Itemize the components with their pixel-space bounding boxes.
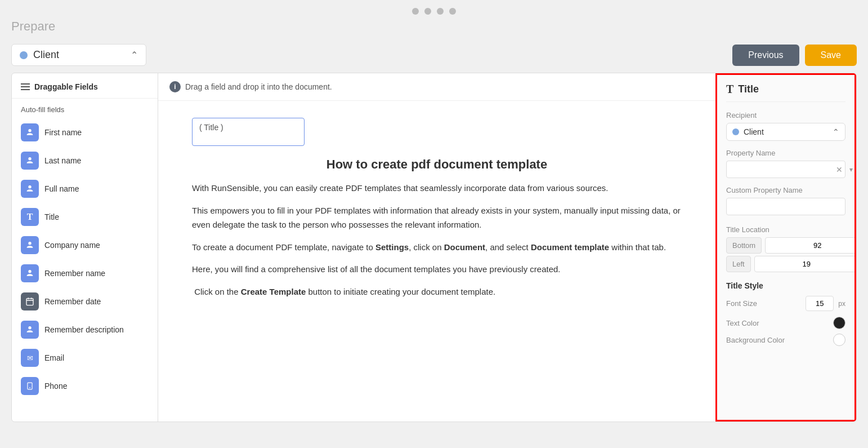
save-button[interactable]: Save: [805, 45, 857, 66]
property-name-label: Property Name: [726, 149, 845, 157]
doc-para-2: This empowers you to fill in your PDF te…: [192, 203, 682, 232]
left-label: Left: [726, 256, 751, 272]
left-value-input[interactable]: [754, 256, 856, 272]
field-label-last-name: Last name: [44, 156, 81, 165]
font-size-unit: px: [838, 300, 845, 308]
panel-title-text: Title: [738, 83, 759, 95]
field-label-remember-date: Remember date: [44, 297, 101, 306]
doc-para-1: With RunSensible, you can easily create …: [192, 181, 682, 196]
title-field-box[interactable]: ( Title ): [192, 118, 305, 146]
doc-para-5: Click on the Create Template button to i…: [192, 285, 682, 299]
svg-point-4: [28, 270, 31, 273]
field-item-last-name[interactable]: Last name: [12, 147, 158, 175]
custom-property-input[interactable]: [726, 198, 845, 215]
info-icon: i: [169, 81, 181, 92]
field-item-remember-date[interactable]: Remember date: [12, 287, 158, 316]
panel-chevron-up-icon: ⌃: [833, 127, 839, 136]
field-item-remember-name[interactable]: Remember name: [12, 259, 158, 287]
progress-dots: [0, 0, 868, 19]
style-label: Title Style: [726, 281, 845, 290]
panel-client-name: Client: [744, 127, 828, 136]
field-label-remember-name: Remember name: [44, 269, 105, 278]
client-dot: [20, 51, 28, 59]
text-color-swatch[interactable]: [833, 317, 845, 329]
clear-icon[interactable]: ✕: [833, 165, 846, 174]
field-item-full-name[interactable]: Full name: [12, 175, 158, 203]
field-item-email[interactable]: ✉ Email: [12, 344, 158, 372]
client-selector[interactable]: Client ⌃: [11, 44, 146, 66]
sidebar: Draggable Fields Auto-fill fields First …: [12, 73, 158, 422]
bg-color-row: Background Color: [726, 334, 845, 346]
autofill-label: Auto-fill fields: [12, 99, 158, 118]
font-size-label: Font Size: [726, 299, 801, 308]
right-panel-inner: T Title Recipient Client ⌃ Property Name…: [717, 75, 854, 358]
field-item-first-name[interactable]: First name: [12, 118, 158, 147]
panel-recipient-selector[interactable]: Client ⌃: [726, 123, 845, 141]
previous-button[interactable]: Previous: [732, 45, 799, 66]
field-item-title[interactable]: T Title: [12, 203, 158, 231]
drag-hint-text: Drag a field and drop it into the docume…: [185, 82, 332, 91]
location-left-row: Left %: [726, 256, 845, 272]
panel-title: T Title: [726, 83, 845, 102]
person-icon-company: [21, 236, 39, 254]
field-item-company-name[interactable]: Company name: [12, 231, 158, 259]
panel-title-t-icon: T: [726, 83, 733, 96]
email-icon: ✉: [21, 349, 39, 367]
phone-icon: [21, 377, 39, 395]
title-icon: T: [21, 208, 39, 226]
dropdown-arrow-icon[interactable]: ▾: [846, 166, 856, 174]
field-label-title: Title: [44, 212, 59, 221]
svg-point-1: [28, 157, 31, 160]
field-item-phone[interactable]: Phone: [12, 372, 158, 400]
dot-2: [424, 8, 431, 15]
svg-point-9: [28, 326, 31, 329]
top-buttons: Previous Save: [732, 45, 857, 66]
main-area: Draggable Fields Auto-fill fields First …: [11, 73, 857, 422]
svg-rect-10: [28, 383, 32, 389]
calendar-icon: [21, 292, 39, 311]
document-content: ( Title ) How to create pdf document tem…: [158, 101, 715, 323]
custom-property-label: Custom Property Name: [726, 186, 845, 194]
field-label-phone: Phone: [44, 382, 67, 391]
field-label-full-name: Full name: [44, 184, 79, 193]
client-name: Client: [33, 49, 125, 61]
field-label-email: Email: [44, 353, 64, 362]
dot-4: [449, 8, 456, 15]
panel-client-dot: [732, 128, 739, 135]
person-icon-remember-name: [21, 264, 39, 282]
person-icon-last-name: [21, 152, 39, 170]
person-icon-full-name: [21, 180, 39, 198]
doc-heading: How to create pdf document template: [192, 157, 682, 172]
location-bottom-row: Bottom %: [726, 237, 845, 254]
font-size-input[interactable]: [806, 296, 834, 311]
document-area: i Drag a field and drop it into the docu…: [158, 73, 715, 422]
hamburger-icon: [21, 83, 30, 90]
sidebar-title: Draggable Fields: [34, 82, 98, 91]
dot-1: [412, 8, 419, 15]
svg-rect-5: [26, 299, 33, 305]
doc-para-4: Here, you will find a comprehensive list…: [192, 262, 682, 277]
bottom-label: Bottom: [726, 237, 762, 254]
right-panel: T Title Recipient Client ⌃ Property Name…: [715, 73, 856, 422]
text-color-row: Text Color: [726, 317, 845, 329]
field-label-first-name: First name: [44, 128, 82, 137]
text-color-label: Text Color: [726, 319, 829, 327]
prepare-label: Prepare: [0, 19, 868, 39]
top-bar: Client ⌃ Previous Save: [0, 39, 868, 73]
drag-hint: i Drag a field and drop it into the docu…: [158, 73, 715, 101]
person-icon-remember-desc: [21, 321, 39, 339]
bg-color-label: Background Color: [726, 336, 829, 344]
property-name-input-container: ✕ ▾: [726, 161, 845, 178]
location-label: Title Location: [726, 225, 845, 234]
svg-point-3: [28, 242, 31, 245]
bg-color-swatch[interactable]: [833, 334, 845, 346]
field-label-company: Company name: [44, 241, 100, 250]
field-item-remember-desc[interactable]: Remember description: [12, 316, 158, 344]
dot-3: [437, 8, 444, 15]
person-icon-first-name: [21, 123, 39, 141]
svg-point-0: [28, 129, 31, 132]
property-name-input[interactable]: [727, 161, 833, 178]
sidebar-header: Draggable Fields: [12, 73, 158, 99]
doc-para-3: To create a document PDF template, navig…: [192, 240, 682, 255]
bottom-value-input[interactable]: [765, 237, 856, 254]
